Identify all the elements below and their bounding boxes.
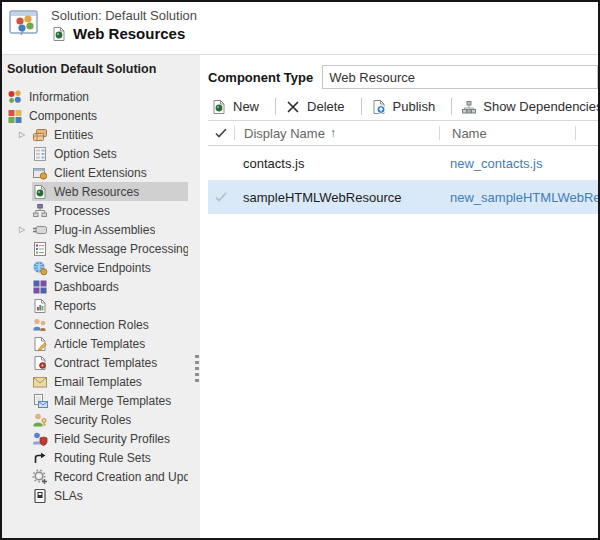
cell-name-link[interactable]: new_contacts.js xyxy=(438,156,598,171)
option-sets-icon xyxy=(32,146,48,162)
window-header: Solution: Default Solution Web Resources xyxy=(2,2,598,52)
toolbar: NewDeletePublishShow Dependencies xyxy=(208,93,598,121)
sidebar-item-record-creation-and-upda[interactable]: Record Creation and Upda... xyxy=(2,467,200,486)
sidebar-item-routing-rule-sets[interactable]: Routing Rule Sets xyxy=(2,448,200,467)
record-creation-icon xyxy=(32,469,48,485)
plugin-assemblies-icon xyxy=(32,222,48,238)
sidebar-item-label: Mail Merge Templates xyxy=(54,394,171,408)
sidebar-item-label: Email Templates xyxy=(54,375,142,389)
slas-icon xyxy=(32,488,48,504)
expand-arrow-icon[interactable]: ▷ xyxy=(19,225,32,234)
sidebar-item-client-extensions[interactable]: Client Extensions xyxy=(2,163,200,182)
sidebar-item-label: Processes xyxy=(54,204,110,218)
show-dependencies-button[interactable]: Show Dependencies xyxy=(458,99,598,115)
sidebar-item-label: Option Sets xyxy=(54,147,117,161)
sidebar-item-reports[interactable]: Reports xyxy=(2,296,200,315)
toolbar-button-label: Publish xyxy=(393,99,436,114)
sidebar-item-slas[interactable]: SLAs xyxy=(2,486,200,505)
select-all-check-icon[interactable] xyxy=(208,125,234,141)
component-type-label: Component Type xyxy=(208,70,313,85)
sidebar-item-security-roles[interactable]: Security Roles xyxy=(2,410,200,429)
sidebar-item-label: Connection Roles xyxy=(54,318,149,332)
security-roles-icon xyxy=(32,412,48,428)
entities-icon xyxy=(32,127,48,143)
sidebar-item-label: Entities xyxy=(54,128,93,142)
publish-button[interactable]: Publish xyxy=(368,99,446,115)
component-type-input[interactable] xyxy=(322,65,598,89)
sidebar-item-plug-in-assemblies[interactable]: ▷Plug-in Assemblies xyxy=(2,220,200,239)
sidebar-item-label: Field Security Profiles xyxy=(54,432,170,446)
sidebar-item-option-sets[interactable]: Option Sets xyxy=(2,144,200,163)
article-templates-icon xyxy=(32,336,48,352)
toolbar-separator xyxy=(361,98,362,115)
field-security-icon xyxy=(32,431,48,447)
sidebar-item-label: SLAs xyxy=(54,489,83,503)
delete-button[interactable]: Delete xyxy=(282,99,355,115)
sidebar-header: Solution Default Solution xyxy=(2,55,200,87)
sidebar-item-mail-merge-templates[interactable]: Mail Merge Templates xyxy=(2,391,200,410)
table-row[interactable]: contacts.jsnew_contacts.js xyxy=(208,146,598,180)
reports-icon xyxy=(32,298,48,314)
mail-merge-icon xyxy=(32,393,48,409)
information-icon xyxy=(7,89,23,105)
sidebar-item-label: Sdk Message Processing S... xyxy=(54,242,188,256)
sidebar-item-label: Article Templates xyxy=(54,337,145,351)
column-header-display-name[interactable]: Display Name ↑ xyxy=(235,126,439,141)
sidebar-splitter-handle[interactable] xyxy=(195,355,200,382)
sidebar-item-label: Plug-in Assemblies xyxy=(54,223,155,237)
sidebar-item-components[interactable]: Components xyxy=(2,106,200,125)
sidebar-item-label: Information xyxy=(29,90,89,104)
sidebar-item-service-endpoints[interactable]: Service Endpoints xyxy=(2,258,200,277)
sidebar-item-sdk-message-processing-s[interactable]: Sdk Message Processing S... xyxy=(2,239,200,258)
column-separator xyxy=(575,126,576,140)
connection-roles-icon xyxy=(32,317,48,333)
cell-display-name: contacts.js xyxy=(234,156,438,171)
sidebar-item-label: Routing Rule Sets xyxy=(54,451,151,465)
sidebar-item-label: Components xyxy=(29,109,97,123)
sidebar-item-field-security-profiles[interactable]: Field Security Profiles xyxy=(2,429,200,448)
sidebar-item-information[interactable]: Information xyxy=(2,87,200,106)
sidebar-item-label: Service Endpoints xyxy=(54,261,151,275)
row-selected-check-icon[interactable] xyxy=(208,189,234,205)
new-button[interactable]: New xyxy=(208,99,269,115)
solution-icon xyxy=(9,7,43,39)
toolbar-separator xyxy=(451,98,452,115)
sidebar-item-article-templates[interactable]: Article Templates xyxy=(2,334,200,353)
expand-arrow-icon[interactable]: ▷ xyxy=(19,130,32,139)
display-name-header-label: Display Name xyxy=(244,126,325,141)
components-icon xyxy=(7,108,23,124)
sidebar-item-label: Security Roles xyxy=(54,413,131,427)
page-title: Web Resources xyxy=(73,25,185,42)
client-extensions-icon xyxy=(32,165,48,181)
sidebar-item-processes[interactable]: Processes xyxy=(2,201,200,220)
routing-rules-icon xyxy=(32,450,48,466)
solution-title: Solution: Default Solution xyxy=(51,8,197,23)
sidebar-item-label: Dashboards xyxy=(54,280,119,294)
sidebar-item-contract-templates[interactable]: Contract Templates xyxy=(2,353,200,372)
table-row[interactable]: sampleHTMLWebResourcenew_sampleHTMLWebRe… xyxy=(208,180,598,214)
sidebar-item-label: Contract Templates xyxy=(54,356,157,370)
sidebar-item-label: Record Creation and Upda... xyxy=(54,470,188,484)
sidebar-item-connection-roles[interactable]: Connection Roles xyxy=(2,315,200,334)
grid-header: Display Name ↑ Name xyxy=(208,121,598,146)
cell-name-link[interactable]: new_sampleHTMLWebRes... xyxy=(438,190,598,205)
sdk-message-icon xyxy=(32,241,48,257)
sidebar-item-dashboards[interactable]: Dashboards xyxy=(2,277,200,296)
grid-body: contacts.jsnew_contacts.jssampleHTMLWebR… xyxy=(208,146,598,214)
toolbar-button-label: New xyxy=(233,99,259,114)
service-endpoints-icon xyxy=(32,260,48,276)
toolbar-button-label: Delete xyxy=(307,99,345,114)
contract-templates-icon xyxy=(32,355,48,371)
new-web-resource-icon xyxy=(211,99,227,115)
sort-ascending-icon: ↑ xyxy=(330,126,336,140)
sidebar-item-web-resources[interactable]: Web Resources xyxy=(2,182,200,201)
processes-icon xyxy=(32,203,48,219)
publish-icon xyxy=(371,99,387,115)
sidebar-item-email-templates[interactable]: Email Templates xyxy=(2,372,200,391)
sidebar-item-entities[interactable]: ▷Entities xyxy=(2,125,200,144)
show-dependencies-icon xyxy=(461,99,477,115)
column-header-name[interactable]: Name xyxy=(440,126,575,141)
email-templates-icon xyxy=(32,374,48,390)
cell-display-name: sampleHTMLWebResource xyxy=(234,190,438,205)
main-panel: Component Type NewDeletePublishShow Depe… xyxy=(200,55,598,538)
